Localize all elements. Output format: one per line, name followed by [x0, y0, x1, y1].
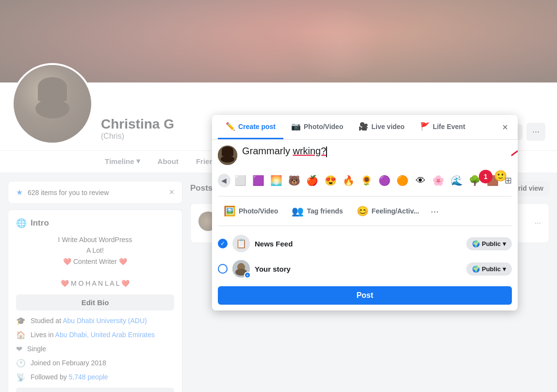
- emoji-wave[interactable]: 🌊: [448, 172, 464, 189]
- post-action-row: 🖼️ Photo/Video 👥 Tag friends 😊 Feeling/A…: [218, 196, 512, 221]
- emoji-strip: ◀ ⬜ 🟪 🌅 🐻 🍎 😍 🔥 🌻 🟣 🟠 👁 🌸 🌊 🌳 🟫 ⊞: [218, 170, 512, 191]
- your-story-row: + Your story 🌍 Public ▾: [218, 256, 512, 281]
- text-cursor: [326, 147, 327, 157]
- create-post-modal: ✏️ Create post 📷 Photo/Video 🎥 Live vide…: [212, 115, 518, 310]
- globe-icon: 🌍: [472, 240, 480, 247]
- your-story-privacy-button[interactable]: 🌍 Public ▾: [466, 262, 512, 276]
- photo-icon: 🖼️: [224, 205, 236, 217]
- emoji-sunflower[interactable]: 🌻: [359, 172, 375, 189]
- story-avatar: +: [232, 260, 250, 278]
- camera-icon: 📷: [291, 122, 301, 131]
- modal-tab-photo-video[interactable]: 📷 Photo/Video: [283, 115, 351, 139]
- notification-badge: 1: [479, 170, 492, 183]
- video-icon: 🎥: [359, 122, 368, 131]
- your-story-checkbox[interactable]: [218, 264, 228, 274]
- post-compose-area: Grammarly wrking? 1 🙂: [218, 146, 512, 165]
- news-feed-privacy-button[interactable]: 🌍 Public ▾: [466, 237, 512, 250]
- friends-icon: 👥: [292, 205, 304, 217]
- photo-video-button[interactable]: 🖼️ Photo/Video: [218, 201, 284, 221]
- emoji-eye[interactable]: 👁: [412, 172, 428, 189]
- emoji-sunrise[interactable]: 🌅: [268, 172, 284, 189]
- feeling-icon: 😊: [357, 205, 369, 217]
- emoji-heart-eyes[interactable]: 😍: [322, 172, 338, 189]
- modal-close-button[interactable]: ×: [498, 120, 512, 135]
- modal-tab-live-video[interactable]: 🎥 Live video: [351, 115, 412, 139]
- tag-friends-button[interactable]: 👥 Tag friends: [286, 201, 348, 221]
- emoji-purple-circle[interactable]: 🟣: [377, 172, 393, 189]
- story-plus-icon: +: [244, 272, 251, 278]
- svg-point-10: [221, 156, 234, 163]
- modal-tab-life-event[interactable]: 🚩 Life Event: [412, 115, 473, 139]
- feeling-activity-button[interactable]: 😊 Feeling/Activ...: [351, 201, 425, 221]
- svg-rect-9: [222, 150, 233, 156]
- emoji-fire[interactable]: 🔥: [341, 172, 357, 189]
- modal-body: Grammarly wrking? 1 🙂: [212, 140, 518, 310]
- globe-icon: 🌍: [472, 265, 480, 273]
- emoji-purple[interactable]: 🟪: [250, 172, 266, 189]
- modal-header: ✏️ Create post 📷 Photo/Video 🎥 Live vide…: [212, 115, 518, 140]
- more-actions-button[interactable]: ···: [427, 202, 443, 221]
- emoji-prev-button[interactable]: ◀: [218, 174, 230, 187]
- post-button[interactable]: Post: [218, 286, 512, 305]
- emoji-blank[interactable]: ⬜: [232, 172, 248, 189]
- modal-tab-create-post[interactable]: ✏️ Create post: [218, 115, 283, 139]
- your-story-label: Your story: [255, 265, 461, 273]
- news-feed-row: ✓ 📋 News Feed 🌍 Public ▾: [218, 231, 512, 256]
- emoji-flower[interactable]: 🌸: [430, 172, 446, 189]
- emoji-orange[interactable]: 🟠: [394, 172, 410, 189]
- emoji-picker-button[interactable]: 🙂: [494, 170, 507, 182]
- flag-icon: 🚩: [420, 122, 430, 131]
- underlined-text: wrking?: [293, 146, 326, 156]
- compose-text[interactable]: Grammarly wrking?: [242, 146, 512, 157]
- emoji-bear[interactable]: 🐻: [286, 172, 302, 189]
- news-feed-label: News Feed: [255, 240, 461, 248]
- audience-section: ✓ 📋 News Feed 🌍 Public ▾: [218, 226, 512, 281]
- news-feed-icon: 📋: [232, 235, 250, 252]
- chevron-down-icon: ▾: [503, 240, 506, 247]
- pencil-icon: ✏️: [226, 122, 235, 131]
- chevron-down-icon: ▾: [503, 265, 506, 273]
- emoji-apple[interactable]: 🍎: [304, 172, 320, 189]
- red-arrow-indicator: [502, 141, 518, 166]
- compose-avatar: [218, 146, 237, 165]
- news-feed-checkbox[interactable]: ✓: [218, 239, 228, 248]
